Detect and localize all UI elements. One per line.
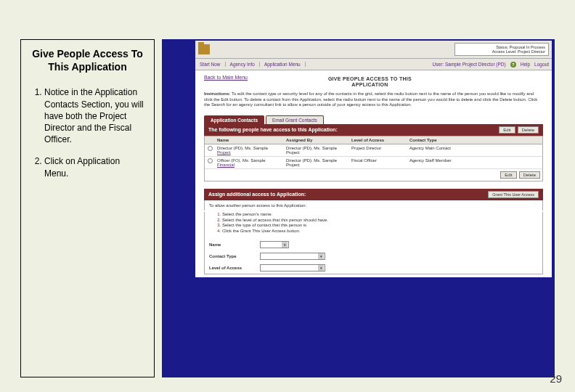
assign-section: Assign additional access to Application:…: [204, 189, 543, 274]
col-name: Name: [215, 136, 284, 144]
back-link[interactable]: Back to Main Menu: [204, 75, 248, 80]
instructions-block: Instructions: To edit the contact type o…: [204, 91, 543, 108]
tab-email-contacts[interactable]: Email Grant Contacts: [266, 115, 324, 124]
ctype-select[interactable]: ▾: [260, 253, 325, 260]
status-line2: Access Level: Project Director: [458, 49, 545, 54]
col-level: Level of Access: [349, 136, 407, 144]
assign-steps: Select the person's name. Select the lev…: [209, 212, 538, 234]
col-assigned: Assigned By: [284, 136, 349, 144]
table-row: Director (PD), Ms. SampleProject Directo…: [205, 144, 542, 157]
app-header: Status: Proposal In Process Access Level…: [195, 41, 552, 58]
nav-start[interactable]: Start Now: [195, 62, 226, 67]
delete-button[interactable]: Delete: [518, 126, 539, 134]
chevron-down-icon: ▾: [318, 253, 324, 259]
assign-bar: Assign additional access to Application:…: [204, 189, 543, 200]
contacts-table: Name Assigned By Level of Access Contact…: [204, 136, 543, 181]
delete-button-2[interactable]: Delete: [519, 171, 540, 179]
grant-access-button[interactable]: Grant This User Access: [488, 191, 539, 198]
level-select[interactable]: ▾: [260, 264, 325, 271]
col-ctype: Contact Type: [407, 136, 542, 144]
assign-subtext: To allow another person access to this A…: [204, 200, 543, 211]
chevron-down-icon: ▾: [318, 265, 324, 271]
chevron-down-icon: ▾: [282, 242, 288, 248]
page-title: GIVE PEOPLE ACCESS TO THIS APPLICATION: [248, 76, 492, 87]
instruction-item-2: Click on Application Menu.: [44, 155, 144, 179]
edit-button-2[interactable]: Edit: [500, 171, 516, 179]
instruction-list: Notice in the Application Contacts Secti…: [31, 86, 144, 179]
row-radio[interactable]: [208, 158, 213, 163]
help-link[interactable]: Help: [521, 62, 530, 67]
form-row-ctype: Contact Type ▾: [204, 250, 543, 262]
instruction-title: Give People Access To This Application: [31, 47, 144, 73]
row-radio[interactable]: [208, 146, 213, 151]
screenshot-panel: Status: Proposal In Process Access Level…: [162, 39, 555, 377]
access-bar: The following people have access to this…: [204, 124, 543, 136]
form-row-name: Name ▾: [204, 239, 543, 250]
nav-agency[interactable]: Agency Info: [226, 62, 260, 67]
page-number: 29: [550, 372, 562, 385]
row-name-link[interactable]: Financial: [217, 163, 235, 167]
status-box: Status: Proposal In Process Access Level…: [454, 43, 549, 56]
app-body: Back to Main Menu GIVE PEOPLE ACCESS TO …: [195, 70, 552, 277]
table-row: Officer (FO), Ms. SampleFinancial Direct…: [205, 157, 542, 169]
folder-icon: [198, 44, 210, 54]
app-topbar: Start Now Agency Info Application Menu U…: [195, 58, 552, 70]
contacts-section: Application Contacts Email Grant Contact…: [204, 115, 543, 181]
tab-app-contacts[interactable]: Application Contacts: [204, 115, 264, 124]
app-window: Status: Proposal In Process Access Level…: [195, 41, 552, 277]
instruction-panel: Give People Access To This Application N…: [20, 39, 155, 377]
form-row-level: Level of Access ▾: [204, 262, 543, 274]
edit-button[interactable]: Edit: [499, 126, 515, 134]
name-select[interactable]: ▾: [260, 241, 289, 248]
user-label: User: Sample Project Director (PD): [433, 62, 506, 67]
row-name-link[interactable]: Project: [217, 150, 231, 155]
instruction-item-1: Notice in the Application Contacts Secti…: [44, 86, 144, 145]
logout-link[interactable]: Logout: [534, 62, 549, 67]
help-icon[interactable]: ?: [510, 62, 516, 68]
nav-appmenu[interactable]: Application Menu: [260, 62, 306, 67]
